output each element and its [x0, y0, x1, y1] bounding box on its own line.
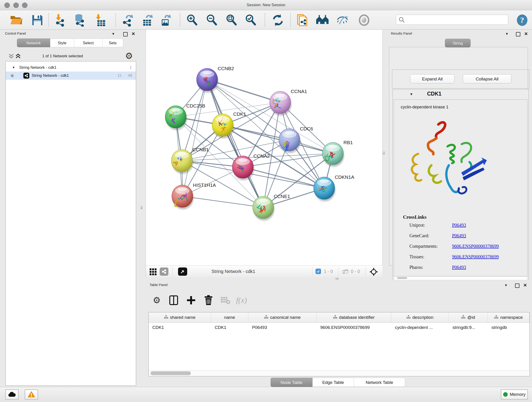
toolbar-separator [338, 267, 339, 276]
results-panel-float-icon[interactable] [516, 32, 520, 36]
save-session-icon[interactable] [31, 13, 44, 27]
horizontal-splitter-handle[interactable] [335, 278, 339, 280]
network-node-CDKN1A[interactable]: CDKN1A [314, 174, 354, 201]
show-columns-icon[interactable] [168, 294, 180, 306]
tab-network-table[interactable]: Network Table [354, 378, 405, 387]
crosslink-link[interactable]: P06493 [452, 265, 466, 270]
collapse-all-button[interactable]: Collapse All [463, 74, 511, 83]
import-table-icon[interactable] [94, 13, 107, 27]
export-image-icon[interactable] [159, 13, 172, 27]
tab-edge-table[interactable]: Edge Table [312, 378, 354, 387]
hide-graphics-details-icon[interactable] [336, 13, 349, 27]
open-session-icon[interactable] [10, 13, 23, 27]
table-hscrollbar-thumb[interactable] [151, 371, 191, 375]
network-row-selected[interactable]: String Network - cdk1 11 48 [6, 71, 136, 80]
add-column-icon[interactable] [185, 294, 197, 306]
table-cell[interactable]: stringdb:9... [449, 323, 488, 333]
crosslink-row: Compartments:9606.ENSP00000378699 [409, 244, 524, 254]
zoom-out-icon[interactable] [205, 13, 219, 27]
delete-column-trash-icon[interactable] [203, 294, 215, 306]
grid-view-icon[interactable] [149, 268, 157, 277]
zoom-in-icon[interactable] [186, 13, 199, 27]
table-row[interactable]: CDK1CDK1P064939606.ENSP00000378699cyclin… [149, 323, 530, 333]
import-network-database-icon[interactable] [73, 13, 86, 27]
hidden-nodes-eye-icon[interactable] [342, 268, 349, 276]
network-overview-share-icon[interactable] [160, 268, 168, 276]
network-node-CDK1[interactable]: CDK1 [212, 111, 246, 138]
network-node-RB1[interactable]: RB1 [322, 140, 353, 167]
entry-collapse-icon[interactable]: ▼ [410, 92, 413, 96]
control-panel-menu-icon[interactable]: ▾ [112, 32, 114, 36]
selected-count: 1 - 0 [324, 269, 333, 274]
tab-network[interactable]: Network [17, 38, 50, 47]
import-network-file-icon[interactable] [54, 13, 67, 27]
crosslink-label: Tissues: [409, 254, 452, 259]
apply-layout-refresh-icon[interactable] [271, 13, 285, 27]
network-node-HIST1H1A[interactable]: HIST1H1A [172, 182, 216, 210]
right-splitter-handle[interactable] [383, 151, 385, 155]
help-icon[interactable]: ? [515, 13, 529, 27]
network-node-CCNA1[interactable]: CCNA1 [270, 89, 307, 116]
graphics-details-icon[interactable] [357, 13, 371, 27]
crosshair-icon[interactable] [370, 268, 378, 277]
column-header-sharedname[interactable]: shared name [149, 313, 211, 322]
home-icon[interactable] [316, 13, 329, 27]
warnings-button[interactable] [25, 389, 38, 400]
zoom-fit-icon[interactable] [225, 13, 238, 27]
column-header-id[interactable]: @id [449, 313, 488, 322]
table-cell[interactable]: P06493 [248, 323, 317, 333]
export-table-icon[interactable] [141, 13, 154, 27]
column-header-databaseidentifier[interactable]: database identifier [317, 313, 391, 322]
network-node-CCNB1[interactable]: CCNB1 [171, 147, 209, 174]
table-cell[interactable]: CDK1 [149, 323, 211, 333]
tab-sets[interactable]: Sets [102, 38, 123, 47]
network-node-CCNB2[interactable]: CCNB2 [196, 66, 234, 93]
network-canvas[interactable]: CCNB2CCNA1CDC25BCDK1CDC6RB1CCNB1CCNA2CDK… [146, 30, 383, 265]
entry-hscrollbar[interactable] [394, 276, 527, 280]
network-collection-row[interactable]: ▼ String Network - cdk1 1 [6, 64, 136, 71]
table-settings-gear-icon[interactable]: ⚙ [151, 294, 163, 306]
search-input[interactable] [396, 15, 508, 25]
table-panel-close-icon[interactable]: ✕ [523, 283, 527, 288]
table-cell[interactable]: cyclin-dependent ... [391, 323, 449, 333]
control-panel-float-icon[interactable] [123, 32, 128, 36]
table-panel-menu-icon[interactable]: ▾ [505, 283, 507, 288]
column-header-canonicalname[interactable]: canonical name [248, 313, 317, 322]
export-network-icon[interactable] [121, 13, 134, 27]
selected-nodes-checkbox[interactable] [316, 269, 321, 274]
crosslink-link[interactable]: 9606.ENSP00000378699 [452, 254, 499, 259]
birds-eye-view-icon[interactable] [178, 268, 187, 276]
automation-cloud-button[interactable] [5, 389, 19, 400]
network-node-CDC6[interactable]: CDC6 [279, 126, 313, 153]
control-panel-close-icon[interactable]: ✕ [132, 31, 135, 36]
tab-node-table[interactable]: Node Table [271, 378, 312, 387]
network-panel-gear-icon[interactable]: ⚙ [125, 51, 133, 60]
network-node-CCNE1[interactable]: CCNE1 [253, 194, 290, 221]
crosslink-link[interactable]: P06493 [452, 223, 466, 228]
function-builder-icon: f(x) [235, 294, 247, 306]
memory-button[interactable]: Memory [501, 389, 528, 400]
table-hscrollbar[interactable] [149, 370, 530, 376]
zoom-selected-icon[interactable] [244, 13, 258, 27]
left-splitter-handle[interactable] [140, 206, 143, 209]
string-document-icon[interactable] [296, 13, 309, 27]
column-header-description[interactable]: description [391, 313, 449, 322]
results-panel-close-icon[interactable]: ✕ [524, 31, 528, 36]
crosslink-link[interactable]: 9606.ENSP00000378699 [452, 244, 499, 249]
tab-style[interactable]: Style [50, 38, 74, 47]
collection-expand-icon[interactable]: ▼ [12, 66, 15, 69]
column-header-namespace[interactable]: namespace [488, 313, 530, 322]
expand-all-button[interactable]: Expand All [410, 74, 455, 83]
tab-select[interactable]: Select [74, 38, 102, 47]
table-panel-float-icon[interactable] [515, 283, 519, 288]
results-panel-menu-icon[interactable]: ▾ [506, 32, 508, 36]
table-cell[interactable]: CDK1 [211, 323, 248, 333]
column-header-name[interactable]: name [211, 313, 248, 322]
expand-all-chevron-icon[interactable] [8, 53, 14, 59]
table-cell[interactable]: stringdb [488, 323, 530, 333]
tab-string[interactable]: String [445, 39, 471, 47]
crosslink-link[interactable]: P06493 [452, 233, 466, 238]
table-cell[interactable]: 9606.ENSP00000378699 [317, 323, 391, 333]
control-panel-tabs: NetworkStyleSelectSets [17, 38, 123, 47]
collapse-all-chevron-icon[interactable] [15, 53, 21, 59]
